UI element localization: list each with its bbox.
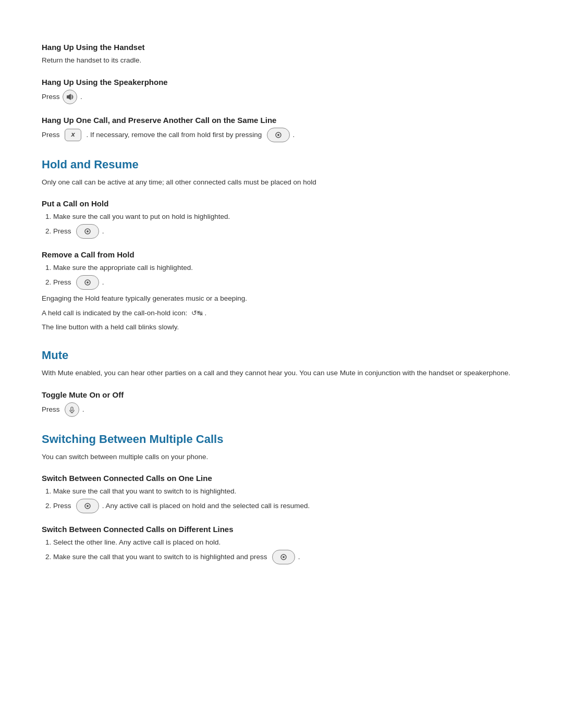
- hold-button-icon-hangup: [267, 128, 290, 142]
- svg-point-6: [87, 281, 89, 283]
- press-label-hold: Press: [53, 227, 71, 235]
- remove-call-from-hold-steps: Make sure the appropriate call is highli…: [53, 262, 521, 290]
- svg-rect-0: [67, 95, 68, 98]
- toggle-mute-body: Press .: [42, 402, 521, 417]
- mute-button-icon: [65, 402, 79, 417]
- press-label-remove-hold: Press: [53, 278, 71, 286]
- remove-hold-note2-prefix: A held call is indicated by the call-on-…: [42, 309, 187, 317]
- hold-resume-intro: Only one call can be active at any time;…: [42, 177, 521, 188]
- hold-button-icon-remove: [76, 275, 99, 290]
- hangup-speakerphone-body: Press .: [42, 90, 521, 104]
- put-call-on-hold-steps: Make sure the call you want to put on ho…: [53, 211, 521, 239]
- switch-one-line-steps: Make sure the call that you want to swit…: [53, 486, 521, 513]
- remove-hold-note1: Engaging the Hold feature typically gene…: [42, 293, 521, 304]
- press-label-mute: Press: [42, 405, 60, 413]
- switch-diff-lines-steps: Select the other line. Any active call i…: [53, 537, 521, 564]
- put-call-on-hold-step1: Make sure the call you want to put on ho…: [53, 211, 521, 223]
- switch-diff-lines-step2-prefix: Make sure the call that you want to swit…: [53, 553, 267, 561]
- mute-title: Mute: [42, 349, 521, 362]
- switch-one-line-step2: Press . Any active call is placed on hol…: [53, 499, 521, 513]
- hangup-speakerphone-title: Hang Up Using the Speakerphone: [42, 78, 521, 87]
- hangup-one-call-body: Press x . If necessary, remove the call …: [42, 128, 521, 142]
- remove-hold-note2: A held call is indicated by the call-on-…: [42, 307, 521, 319]
- remove-hold-note3: The line button with a held call blinks …: [42, 322, 521, 333]
- switching-title: Switching Between Multiple Calls: [42, 433, 521, 446]
- hold-button-icon-switch-diff: [272, 550, 295, 564]
- svg-point-13: [283, 556, 285, 558]
- switch-one-line-step2-mid: . Any active call is placed on hold and …: [102, 502, 310, 510]
- remove-call-from-hold-title: Remove a Call from Hold: [42, 250, 521, 259]
- hangup-handset-body: Return the handset to its cradle.: [42, 55, 521, 66]
- hangup-one-call-suffix: .: [292, 130, 295, 138]
- switch-diff-lines-step1: Select the other line. Any active call i…: [53, 537, 521, 549]
- switch-diff-lines-step2-suffix: .: [298, 553, 300, 561]
- remove-call-from-hold-step2-suffix: .: [102, 278, 104, 286]
- mute-intro: With Mute enabled, you can hear other pa…: [42, 367, 521, 379]
- hangup-one-call-mid: . If necessary, remove the call from hol…: [87, 130, 262, 138]
- press-label-hangup: Press: [42, 130, 60, 138]
- hangup-one-call-title: Hang Up One Call, and Preserve Another C…: [42, 116, 521, 125]
- call-on-hold-icon: ↺↹: [191, 308, 203, 319]
- speakerphone-button-icon: [63, 90, 77, 104]
- put-call-on-hold-title: Put a Call on Hold: [42, 199, 521, 208]
- press-label-switch-one: Press: [53, 502, 71, 510]
- x-button-icon: x: [65, 129, 81, 141]
- switch-one-line-title: Switch Between Connected Calls on One Li…: [42, 474, 521, 483]
- svg-point-2: [277, 134, 279, 136]
- switch-diff-lines-step2: Make sure the call that you want to swit…: [53, 550, 521, 564]
- hold-button-icon-put: [76, 224, 99, 239]
- switch-diff-lines-title: Switch Between Connected Calls on Differ…: [42, 525, 521, 534]
- remove-call-from-hold-step1: Make sure the appropriate call is highli…: [53, 262, 521, 274]
- press-label-speakerphone: Press: [42, 92, 60, 100]
- period-speakerphone: .: [80, 92, 82, 100]
- svg-rect-7: [71, 407, 73, 411]
- put-call-on-hold-step2: Press .: [53, 224, 521, 239]
- put-call-on-hold-step2-suffix: .: [102, 227, 104, 235]
- svg-point-11: [87, 505, 89, 507]
- hangup-handset-title: Hang Up Using the Handset: [42, 43, 521, 52]
- switching-intro: You can switch between multiple calls on…: [42, 451, 521, 463]
- switch-one-line-step1: Make sure the call that you want to swit…: [53, 486, 521, 498]
- remove-call-from-hold-step2: Press .: [53, 275, 521, 290]
- remove-hold-note2-suffix: .: [204, 309, 206, 317]
- hold-button-icon-switch-one: [76, 499, 99, 513]
- mute-period: .: [82, 405, 84, 413]
- toggle-mute-title: Toggle Mute On or Off: [42, 390, 521, 399]
- hold-resume-title: Hold and Resume: [42, 158, 521, 171]
- svg-point-4: [87, 230, 89, 232]
